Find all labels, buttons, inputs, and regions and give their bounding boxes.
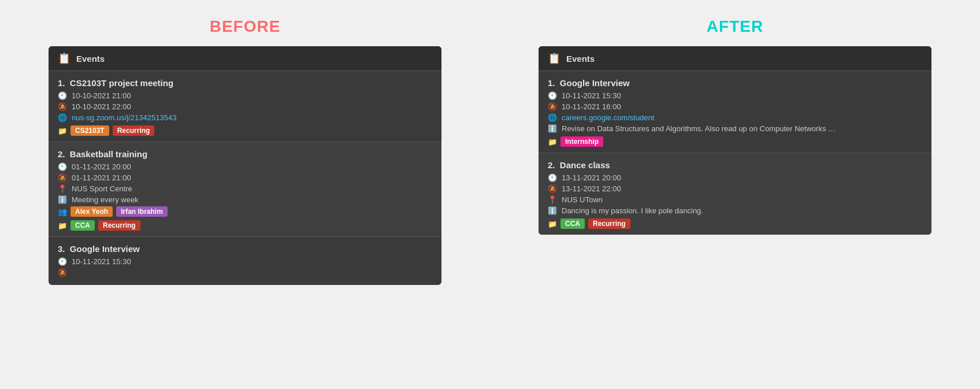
- after-event-1-start: 🕙 10-11-2021 15:30: [548, 91, 922, 100]
- before-event-1-tags: 📁 CS2103T Recurring: [58, 125, 432, 136]
- after-event-2-start-text: 13-11-2021 20:00: [562, 173, 621, 182]
- calendar-icon-after: 📋: [548, 52, 560, 65]
- after-event-2-tags: 📁 CCA Recurring: [548, 218, 922, 229]
- globe-icon: 🌐: [58, 113, 67, 122]
- info-icon-a1: ℹ️: [548, 124, 557, 133]
- before-event-2-end-text: 01-11-2021 21:00: [72, 173, 131, 182]
- folder-icon: 📁: [58, 127, 67, 135]
- before-event-3-name: 3. Google Interview: [58, 244, 432, 254]
- before-event-1-link-row: 🌐 nus-sg.zoom.us/j/21342513543: [58, 113, 432, 122]
- before-event-2-attendees: 👥 Alex Yeoh Irfan Ibrahim: [58, 206, 432, 217]
- attendee-alex: Alex Yeoh: [70, 206, 113, 217]
- before-event-1-start: 🕙 10-10-2021 21:00: [58, 91, 432, 100]
- after-event-2-location: 📍 NUS UTown: [548, 195, 922, 204]
- clock-icon: 🕙: [58, 91, 67, 100]
- before-event-3-start: 🕙 10-11-2021 15:30: [58, 257, 432, 266]
- before-event-2-location: 📍 NUS Sport Centre: [58, 184, 432, 193]
- before-event-2-info-text: Meeting every week: [72, 195, 139, 204]
- before-event-2-info: ℹ️ Meeting every week: [58, 195, 432, 204]
- location-icon: 📍: [58, 184, 67, 193]
- tag-internship: Internship: [560, 136, 603, 147]
- clock-icon-a1: 🕙: [548, 91, 557, 100]
- attendee-irfan: Irfan Ibrahim: [116, 206, 168, 217]
- before-event-2-start: 🕙 01-11-2021 20:00: [58, 162, 432, 171]
- folder-icon-a2: 📁: [548, 220, 557, 228]
- before-event-1-link[interactable]: nus-sg.zoom.us/j/21342513543: [72, 113, 176, 122]
- before-event-2-start-text: 01-11-2021 20:00: [72, 162, 131, 171]
- tag-cca-a2: CCA: [560, 218, 585, 229]
- after-event-2-info-text: Dancing is my passion. I like pole danci…: [562, 206, 703, 215]
- info-icon: ℹ️: [58, 195, 67, 204]
- after-event-2-start: 🕙 13-11-2021 20:00: [548, 173, 922, 182]
- before-panel-title: Events: [76, 54, 105, 64]
- tag-cs2103t: CS2103T: [70, 125, 109, 136]
- after-event-2-location-text: NUS UTown: [562, 195, 603, 204]
- calendar-icon: 📋: [58, 52, 70, 65]
- after-event-1-tags: 📁 Internship: [548, 136, 922, 147]
- before-event-2-tags: 📁 CCA Recurring: [58, 220, 432, 231]
- alarm-icon-a1: 🔕: [548, 102, 557, 111]
- after-event-1-link[interactable]: careers.google.com/student: [562, 113, 654, 122]
- before-panel-header: 📋 Events: [49, 46, 441, 71]
- before-event-2: 2. Basketball training 🕙 01-11-2021 20:0…: [49, 142, 441, 237]
- before-event-1-start-text: 10-10-2021 21:00: [72, 91, 131, 100]
- people-icon: 👥: [58, 208, 67, 216]
- alarm-icon-3: 🔕: [58, 268, 67, 277]
- before-event-2-end: 🔕 01-11-2021 21:00: [58, 173, 432, 182]
- alarm-icon: 🔕: [58, 102, 67, 111]
- after-event-1-start-text: 10-11-2021 15:30: [562, 91, 621, 100]
- tag-recurring-2: Recurring: [98, 220, 140, 231]
- after-event-1: 1. Google Interview 🕙 10-11-2021 15:30 🔕…: [539, 71, 931, 153]
- after-event-2-info: ℹ️ Dancing is my passion. I like pole da…: [548, 206, 922, 215]
- after-title: AFTER: [707, 17, 763, 36]
- after-event-1-name: 1. Google Interview: [548, 78, 922, 88]
- before-event-1-name: 1. CS2103T project meeting: [58, 78, 432, 88]
- before-event-2-name: 2. Basketball training: [58, 149, 432, 159]
- info-icon-a2: ℹ️: [548, 206, 557, 215]
- alarm-icon-2: 🔕: [58, 173, 67, 182]
- after-event-2-end: 🔕 13-11-2021 22:00: [548, 184, 922, 193]
- after-events-panel: 📋 Events 1. Google Interview 🕙 10-11-202…: [539, 46, 931, 235]
- before-event-1-end-text: 10-10-2021 22:00: [72, 102, 131, 111]
- before-event-3: 3. Google Interview 🕙 10-11-2021 15:30 🔕: [49, 237, 441, 285]
- tag-cca-1: CCA: [70, 220, 95, 231]
- before-event-1: 1. CS2103T project meeting 🕙 10-10-2021 …: [49, 71, 441, 142]
- after-event-1-end: 🔕 10-11-2021 16:00: [548, 102, 922, 111]
- folder-icon-a1: 📁: [548, 138, 557, 146]
- before-event-3-end-partial: 🔕: [58, 268, 432, 277]
- location-icon-a2: 📍: [548, 195, 557, 204]
- after-event-2-end-text: 13-11-2021 22:00: [562, 184, 621, 193]
- after-event-1-end-text: 10-11-2021 16:00: [562, 102, 621, 111]
- after-event-1-info-text: Revise on Data Structures and Algorithms…: [562, 124, 839, 133]
- alarm-icon-a2: 🔕: [548, 184, 557, 193]
- clock-icon-3: 🕙: [58, 257, 67, 266]
- before-event-1-end: 🔕 10-10-2021 22:00: [58, 102, 432, 111]
- before-title: BEFORE: [210, 17, 281, 36]
- after-event-1-link-row: 🌐 careers.google.com/student: [548, 113, 922, 122]
- after-panel-header: 📋 Events: [539, 46, 931, 71]
- after-section: AFTER 📋 Events 1. Google Interview 🕙 10-…: [513, 17, 957, 235]
- clock-icon-a2: 🕙: [548, 173, 557, 182]
- folder-icon-2: 📁: [58, 221, 67, 230]
- after-panel-title: Events: [566, 54, 595, 64]
- after-event-2-name: 2. Dance class: [548, 160, 922, 170]
- tag-recurring-a2: Recurring: [588, 218, 630, 229]
- before-event-2-location-text: NUS Sport Centre: [72, 184, 132, 193]
- before-events-panel: 📋 Events 1. CS2103T project meeting 🕙 10…: [49, 46, 441, 285]
- before-section: BEFORE 📋 Events 1. CS2103T project meeti…: [23, 17, 467, 285]
- globe-icon-a1: 🌐: [548, 113, 557, 122]
- after-event-2: 2. Dance class 🕙 13-11-2021 20:00 🔕 13-1…: [539, 153, 931, 235]
- clock-icon-2: 🕙: [58, 162, 67, 171]
- after-event-1-info: ℹ️ Revise on Data Structures and Algorit…: [548, 124, 922, 133]
- tag-recurring-1: Recurring: [113, 125, 155, 136]
- before-event-3-start-text: 10-11-2021 15:30: [72, 257, 131, 266]
